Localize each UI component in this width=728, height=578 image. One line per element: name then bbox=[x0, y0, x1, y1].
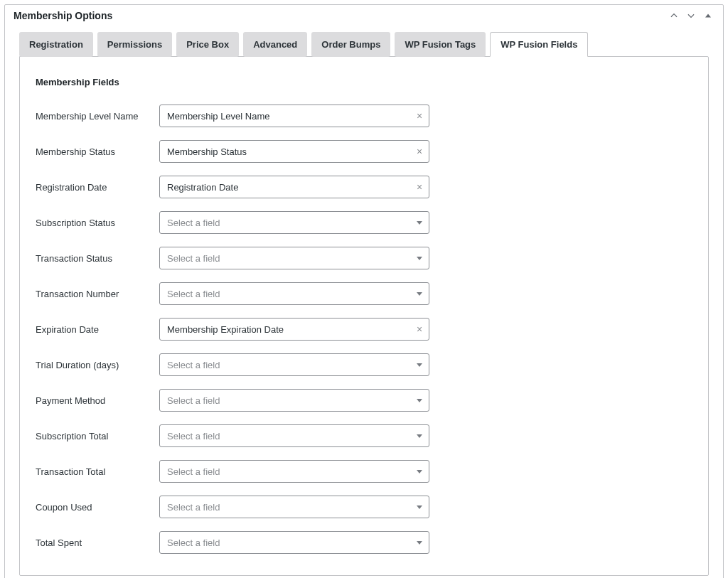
select-trial-duration[interactable]: Select a field bbox=[159, 353, 429, 376]
tab-price-box[interactable]: Price Box bbox=[176, 32, 239, 57]
field-row: Subscription Total Select a field bbox=[36, 424, 692, 447]
field-label: Payment Method bbox=[36, 395, 159, 406]
field-row: Payment Method Select a field bbox=[36, 389, 692, 412]
field-row: Membership Level Name Membership Level N… bbox=[36, 105, 692, 127]
field-row: Membership Status Membership Status × bbox=[36, 140, 692, 163]
select-membership-status[interactable]: Membership Status × bbox=[159, 140, 429, 163]
select-coupon-used[interactable]: Select a field bbox=[159, 496, 429, 518]
select-payment-method[interactable]: Select a field bbox=[159, 389, 429, 412]
tabs-row: Registration Permissions Price Box Advan… bbox=[19, 32, 709, 57]
field-label: Transaction Number bbox=[36, 289, 159, 299]
field-row: Subscription Status Select a field bbox=[36, 211, 692, 234]
field-label: Trial Duration (days) bbox=[36, 360, 159, 370]
tab-wp-fusion-tags[interactable]: WP Fusion Tags bbox=[395, 32, 486, 57]
metabox-body: Registration Permissions Price Box Advan… bbox=[5, 32, 723, 578]
field-label: Membership Status bbox=[36, 146, 159, 157]
move-up-icon[interactable] bbox=[668, 9, 680, 22]
field-row: Transaction Total Select a field bbox=[36, 460, 692, 483]
chevron-down-icon[interactable] bbox=[410, 434, 429, 438]
section-title-membership-fields: Membership Fields bbox=[36, 77, 692, 87]
clear-icon[interactable]: × bbox=[410, 146, 429, 156]
field-label: Subscription Total bbox=[36, 431, 159, 441]
field-label: Membership Level Name bbox=[36, 111, 159, 122]
field-label: Coupon Used bbox=[36, 502, 159, 513]
select-value: Membership Expiration Date bbox=[160, 324, 410, 335]
metabox-header-actions bbox=[668, 9, 714, 22]
chevron-down-icon[interactable] bbox=[410, 257, 429, 260]
field-row: Trial Duration (days) Select a field bbox=[36, 353, 692, 376]
select-transaction-total[interactable]: Select a field bbox=[159, 460, 429, 483]
chevron-down-icon[interactable] bbox=[410, 399, 429, 402]
field-label: Transaction Status bbox=[36, 253, 159, 264]
field-row: Registration Date Registration Date × bbox=[36, 176, 692, 198]
tab-advanced[interactable]: Advanced bbox=[243, 32, 307, 57]
svg-marker-0 bbox=[705, 14, 711, 18]
tab-order-bumps[interactable]: Order Bumps bbox=[311, 32, 390, 57]
select-placeholder: Select a field bbox=[160, 395, 410, 406]
tab-panel-wp-fusion-fields: Membership Fields Membership Level Name … bbox=[19, 56, 709, 576]
field-label: Transaction Total bbox=[36, 466, 159, 477]
field-label: Subscription Status bbox=[36, 218, 159, 228]
select-placeholder: Select a field bbox=[160, 360, 410, 370]
field-row: Transaction Status Select a field bbox=[36, 247, 692, 269]
select-subscription-total[interactable]: Select a field bbox=[159, 424, 429, 447]
tab-permissions[interactable]: Permissions bbox=[97, 32, 172, 57]
select-value: Registration Date bbox=[160, 182, 410, 193]
select-placeholder: Select a field bbox=[160, 466, 410, 477]
chevron-down-icon[interactable] bbox=[410, 292, 429, 296]
tab-wp-fusion-fields[interactable]: WP Fusion Fields bbox=[490, 32, 588, 57]
clear-icon[interactable]: × bbox=[410, 324, 429, 334]
field-row: Transaction Number Select a field bbox=[36, 282, 692, 305]
field-label: Total Spent bbox=[36, 537, 159, 548]
select-registration-date[interactable]: Registration Date × bbox=[159, 176, 429, 198]
select-total-spent[interactable]: Select a field bbox=[159, 531, 429, 554]
select-value: Membership Level Name bbox=[160, 111, 410, 122]
select-placeholder: Select a field bbox=[160, 218, 410, 228]
field-label: Expiration Date bbox=[36, 324, 159, 335]
select-placeholder: Select a field bbox=[160, 537, 410, 548]
toggle-panel-icon[interactable] bbox=[702, 9, 714, 22]
select-placeholder: Select a field bbox=[160, 253, 410, 264]
field-label: Registration Date bbox=[36, 182, 159, 193]
clear-icon[interactable]: × bbox=[410, 182, 429, 192]
select-placeholder: Select a field bbox=[160, 431, 410, 441]
field-row: Coupon Used Select a field bbox=[36, 496, 692, 518]
select-value: Membership Status bbox=[160, 146, 410, 157]
membership-options-metabox: Membership Options Registration Permissi… bbox=[4, 4, 724, 578]
select-placeholder: Select a field bbox=[160, 289, 410, 299]
clear-icon[interactable]: × bbox=[410, 111, 429, 121]
chevron-down-icon[interactable] bbox=[410, 221, 429, 225]
field-row: Total Spent Select a field bbox=[36, 531, 692, 554]
chevron-down-icon[interactable] bbox=[410, 470, 429, 473]
chevron-down-icon[interactable] bbox=[410, 505, 429, 509]
select-membership-level-name[interactable]: Membership Level Name × bbox=[159, 105, 429, 127]
select-subscription-status[interactable]: Select a field bbox=[159, 211, 429, 234]
field-row: Expiration Date Membership Expiration Da… bbox=[36, 318, 692, 341]
tab-registration[interactable]: Registration bbox=[19, 32, 93, 57]
chevron-down-icon[interactable] bbox=[410, 541, 429, 545]
select-placeholder: Select a field bbox=[160, 502, 410, 513]
metabox-title: Membership Options bbox=[14, 10, 112, 21]
metabox-header: Membership Options bbox=[5, 5, 723, 25]
select-transaction-number[interactable]: Select a field bbox=[159, 282, 429, 305]
move-down-icon[interactable] bbox=[685, 9, 697, 22]
select-transaction-status[interactable]: Select a field bbox=[159, 247, 429, 269]
select-expiration-date[interactable]: Membership Expiration Date × bbox=[159, 318, 429, 341]
chevron-down-icon[interactable] bbox=[410, 363, 429, 367]
